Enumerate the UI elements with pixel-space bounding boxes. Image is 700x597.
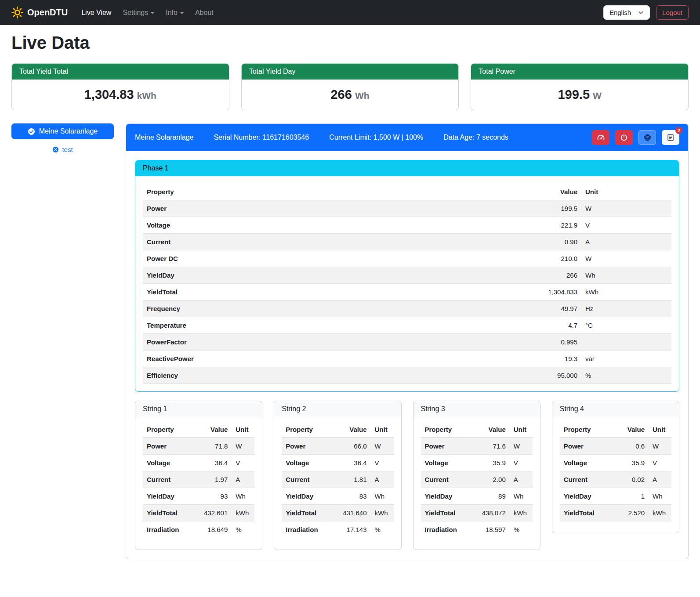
row-value: 431.640 [331, 505, 370, 521]
device-info-button[interactable] [638, 130, 656, 145]
summary-card-title: Total Yield Total [12, 64, 229, 80]
summary-card-total-power: Total Power 199.5W [471, 63, 689, 110]
string-title: String 2 [274, 401, 401, 417]
inverter-panel-header: Meine Solaranlage Serial Number: 1161716… [126, 124, 688, 151]
row-property: YieldTotal [143, 284, 515, 300]
row-unit: Hz [581, 300, 671, 317]
language-select[interactable]: English [603, 5, 650, 20]
logout-button[interactable]: Logout [656, 5, 689, 20]
table-row: YieldDay 83 Wh [282, 488, 393, 505]
row-value: 17.143 [331, 521, 370, 538]
row-unit: W [232, 438, 254, 455]
table-row: Power 71.8 W [143, 438, 254, 455]
row-property: Current [560, 471, 614, 488]
inverter-serial: Serial Number: 116171603546 [214, 134, 309, 141]
brand[interactable]: OpenDTU [11, 7, 68, 18]
row-value: 18.649 [192, 521, 232, 538]
table-row: YieldTotal 438.072 kWh [421, 505, 533, 521]
sidebar-item-test[interactable]: test [11, 146, 114, 153]
row-value: 438.072 [470, 505, 509, 521]
table-row: Power 0.6 W [560, 438, 671, 455]
inverter-sidebar: Meine Solaranlage test [11, 123, 114, 153]
table-row: YieldDay 1 Wh [560, 488, 671, 505]
row-value: 0.6 [613, 438, 649, 455]
row-value: 19.3 [515, 351, 581, 367]
summary-card-unit: kWh [137, 90, 156, 101]
row-property: PowerFactor [143, 334, 515, 351]
table-header-row: Property Value Unit [143, 184, 671, 200]
caret-down-icon [180, 12, 184, 14]
table-row: YieldTotal 431.640 kWh [282, 505, 393, 521]
limit-settings-button[interactable] [592, 130, 609, 145]
row-property: Voltage [282, 455, 331, 471]
row-unit: kWh [649, 505, 671, 521]
row-unit: V [649, 455, 671, 471]
summary-card-title: Total Power [471, 64, 688, 80]
row-unit: V [232, 455, 254, 471]
row-unit: kWh [581, 284, 671, 300]
string-title: String 1 [135, 401, 262, 417]
summary-cards-row: Total Yield Total 1,304.83kWh Total Yiel… [11, 63, 689, 110]
nav-item-settings[interactable]: Settings [117, 5, 160, 20]
row-value: 35.9 [470, 455, 509, 471]
summary-card-value: 266 [330, 87, 352, 101]
row-property: YieldTotal [282, 505, 331, 521]
col-value: Value [192, 421, 232, 438]
row-unit: V [581, 217, 671, 234]
nav-item-info[interactable]: Info [160, 5, 189, 20]
col-property: Property [560, 421, 614, 438]
row-unit: % [232, 521, 254, 538]
row-unit: W [371, 438, 394, 455]
sidebar-item-label: test [62, 146, 73, 153]
col-unit: Unit [581, 184, 671, 200]
string-table: Property Value Unit Power 0.6 [560, 421, 671, 521]
nav-item-about[interactable]: About [189, 5, 219, 20]
row-unit [581, 334, 671, 351]
row-property: Current [143, 234, 515, 250]
gauge-icon [597, 134, 605, 142]
event-log-button[interactable]: 2 [662, 130, 679, 145]
table-row: YieldDay 266 Wh [143, 267, 671, 284]
table-header-row: Property Value Unit [421, 421, 533, 438]
x-circle-icon [52, 146, 59, 153]
row-value: 66.0 [331, 438, 370, 455]
strings-row: String 1 Property Value Unit [135, 401, 679, 550]
top-navbar: OpenDTU Live View Settings Info About En… [0, 0, 700, 25]
row-property: Irradiation [143, 521, 192, 538]
row-unit: Wh [510, 488, 533, 505]
row-value: 4.7 [515, 317, 581, 334]
table-row: Voltage 221.9 V [143, 217, 671, 234]
row-unit: kWh [232, 505, 254, 521]
table-row: YieldDay 89 Wh [421, 488, 533, 505]
row-value: 210.0 [515, 250, 581, 267]
row-value: 83 [331, 488, 370, 505]
col-value: Value [613, 421, 649, 438]
row-value: 2.520 [613, 505, 649, 521]
phase-table: Property Value Unit Power 199.5 [143, 184, 671, 384]
nav-item-live-view[interactable]: Live View [76, 5, 117, 20]
inverter-panel: Meine Solaranlage Serial Number: 1161716… [126, 123, 689, 559]
sidebar-item-meine-solaranlage[interactable]: Meine Solaranlage [11, 123, 114, 139]
row-property: YieldDay [421, 488, 471, 505]
row-unit: kWh [371, 505, 394, 521]
row-unit: A [371, 471, 394, 488]
row-unit: V [510, 455, 533, 471]
row-value: 71.6 [470, 438, 509, 455]
language-label: English [609, 9, 631, 16]
table-row: Voltage 36.4 V [282, 455, 393, 471]
sun-logo-icon [11, 7, 23, 18]
col-value: Value [470, 421, 509, 438]
phase-card: Phase 1 Property Value Unit [135, 160, 679, 392]
table-row: Voltage 35.9 V [421, 455, 533, 471]
col-property: Property [143, 421, 192, 438]
power-button[interactable] [615, 130, 633, 145]
row-property: Frequency [143, 300, 515, 317]
row-property: ReactivePower [143, 351, 515, 367]
row-property: Efficiency [143, 367, 515, 384]
event-count-badge: 2 [675, 127, 682, 134]
table-row: Irradiation 18.597 % [421, 521, 533, 538]
table-row: Current 0.90 A [143, 234, 671, 250]
table-row: ReactivePower 19.3 var [143, 351, 671, 367]
inverter-name: Meine Solaranlage [135, 134, 193, 141]
row-property: Power [143, 438, 192, 455]
